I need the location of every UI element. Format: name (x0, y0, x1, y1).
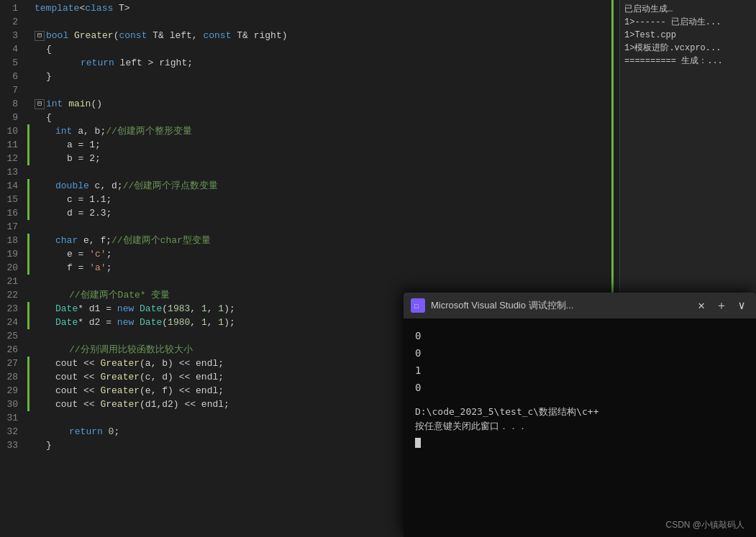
code-line: d = 2.3; (27, 206, 608, 220)
collapse-btn[interactable]: ⊟ (35, 99, 45, 109)
terminal-attribution: CSDN @小镇敲码人 (665, 520, 744, 530)
code-line: template<class T> (27, 1, 608, 15)
line-numbers: 1 2 3 4 5 6 7 8 9 10 11 12 13 14 15 16 1… (0, 0, 22, 537)
terminal-footer: CSDN @小镇敲码人 (404, 516, 756, 537)
terminal-titlebar: □ Microsoft Visual Studio 调试控制... ✕ ＋ ∨ (404, 293, 756, 318)
terminal-output-3: 0 (415, 379, 744, 396)
code-line: { (27, 111, 608, 124)
terminal-output-2: 1 (415, 362, 744, 379)
code-line: { (27, 42, 608, 56)
code-line: ⊟ int main() (27, 97, 608, 111)
code-line: ⊟ bool Greater(const T& left, const T& r… (27, 29, 608, 42)
code-line (27, 275, 608, 288)
code-line: f = 'a'; (27, 261, 608, 275)
terminal-prompt: 按任意键关闭此窗口．．． (415, 419, 744, 433)
code-line: c = 1.1; (27, 193, 608, 206)
code-line (27, 83, 608, 97)
terminal-window: □ Microsoft Visual Studio 调试控制... ✕ ＋ ∨ … (404, 293, 756, 537)
svg-text:□: □ (414, 303, 419, 311)
terminal-icon: □ (411, 298, 425, 313)
output-line: 1>模板进阶.vcxpro... (624, 42, 752, 55)
code-line: char e, f;//创建两个char型变量 (27, 234, 608, 247)
code-line: int a, b;//创建两个整形变量 (27, 124, 608, 138)
code-line: return left > right; (27, 56, 608, 70)
code-line: b = 2; (27, 152, 608, 165)
code-line: double c, d;//创建两个浮点数变量 (27, 179, 608, 193)
terminal-add-btn[interactable]: ＋ (714, 298, 729, 313)
code-line: a = 1; (27, 138, 608, 152)
output-line: 1>Test.cpp (624, 29, 752, 42)
output-line: 已启动生成… (624, 3, 752, 16)
terminal-body: 0 0 1 0 D:\code_2023_5\test_c\数据结构\c++ 按… (404, 318, 756, 516)
terminal-cursor (415, 438, 421, 448)
terminal-title: Microsoft Visual Studio 调试控制... (431, 299, 688, 312)
terminal-output-1: 0 (415, 344, 744, 362)
terminal-close-btn[interactable]: ✕ (694, 298, 709, 313)
code-line (27, 220, 608, 234)
output-line: 1>------ 已启动生... (624, 16, 752, 29)
terminal-expand-btn[interactable]: ∨ (734, 298, 749, 313)
output-line: ========== 生成：... (624, 55, 752, 68)
code-line: e = 'c'; (27, 247, 608, 261)
code-panel: 1 2 3 4 5 6 7 8 9 10 11 12 13 14 15 16 1… (0, 0, 756, 537)
terminal-output-0: 0 (415, 327, 744, 344)
code-line: } (27, 70, 608, 83)
terminal-path: D:\code_2023_5\test_c\数据结构\c++ (415, 405, 744, 419)
collapse-btn[interactable]: ⊟ (35, 31, 45, 41)
code-line (27, 165, 608, 179)
code-line (27, 15, 608, 29)
